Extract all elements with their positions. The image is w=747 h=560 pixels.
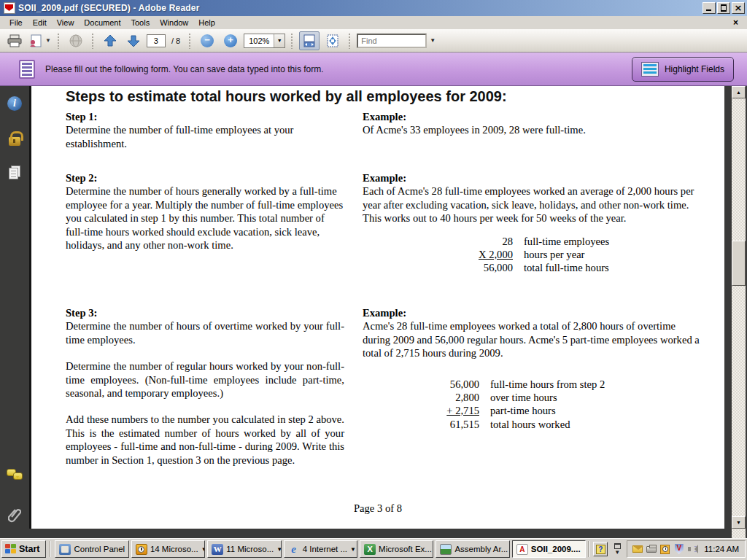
- taskbar-button-excel[interactable]: X Microsoft Ex...: [360, 540, 433, 558]
- calc-label: total full-time hours: [524, 261, 609, 274]
- group-dropdown-icon[interactable]: ▼: [201, 546, 206, 553]
- collaborate-button-disabled[interactable]: [66, 31, 86, 50]
- share-document-button[interactable]: ▼: [28, 31, 52, 50]
- highlight-fields-button[interactable]: Highlight Fields: [632, 57, 734, 82]
- toolbar-grip: [91, 33, 95, 49]
- volume-tray-icon[interactable]: [687, 544, 698, 554]
- menu-document[interactable]: Document: [79, 17, 125, 28]
- close-icon: ×: [735, 3, 743, 12]
- globe-icon: [69, 34, 83, 47]
- example3-title: Example:: [363, 306, 703, 319]
- step1-body: Determine the number of full-time employ…: [66, 123, 344, 150]
- document-area: i Steps to estimate total hours worked b…: [0, 86, 747, 538]
- taskbar-button-label: Microsoft Ex...: [379, 545, 432, 553]
- calc-number: 61,515: [393, 418, 479, 431]
- group-dropdown-icon[interactable]: ▼: [350, 546, 356, 553]
- menubar: File Edit View Document Tools Window Hel…: [0, 16, 747, 29]
- windows-logo-icon: [5, 544, 16, 554]
- calc-number: 56,000: [427, 261, 513, 274]
- find-input[interactable]: [357, 34, 427, 48]
- menu-view[interactable]: View: [52, 17, 80, 28]
- example3-block: Example: Acme's 28 full-time employees w…: [363, 306, 703, 431]
- control-panel-icon: [59, 544, 71, 555]
- calc-label: total hours worked: [490, 418, 570, 431]
- pages-icon: [9, 166, 20, 179]
- step1-block: Step 1: Determine the number of full-tim…: [66, 110, 344, 150]
- page-footer: Page 3 of 8: [31, 502, 724, 515]
- antivirus-shield-tray-icon[interactable]: V: [673, 544, 684, 554]
- calc-label: part-time hours: [490, 404, 556, 417]
- help-tray-button[interactable]: ?: [593, 542, 608, 556]
- document-close-icon[interactable]: ×: [729, 18, 743, 28]
- taskbar-divider: [50, 541, 51, 557]
- scrolling-mode-button[interactable]: [299, 31, 320, 50]
- toolbar-grip: [57, 33, 61, 49]
- clock-tray-icon[interactable]: [659, 544, 670, 554]
- security-settings-button[interactable]: [6, 130, 23, 147]
- example2-body: Each of Acme's 28 full-time employees wo…: [363, 184, 703, 225]
- menu-window[interactable]: Window: [155, 17, 193, 28]
- restore-button[interactable]: [717, 2, 730, 14]
- toolbar-toggle-button[interactable]: ▼: [610, 543, 624, 556]
- taskbar-group-word[interactable]: W 11 Microso... ▼: [207, 540, 281, 558]
- example2-block: Example: Each of Acme's 28 full-time emp…: [363, 171, 703, 275]
- fit-page-icon: [325, 34, 340, 48]
- menu-edit[interactable]: Edit: [28, 17, 52, 28]
- find-box: ▼: [357, 34, 436, 48]
- zoom-level-combo[interactable]: 102% ▼: [244, 34, 285, 48]
- minimize-button[interactable]: [703, 2, 716, 14]
- printer-tray-icon[interactable]: [646, 544, 657, 554]
- calc-number: 2,800: [393, 391, 479, 404]
- step3-title: Step 3:: [66, 306, 344, 319]
- scroll-up-button[interactable]: ▲: [732, 86, 746, 98]
- pages-panel-button[interactable]: [6, 163, 23, 181]
- comments-panel-button[interactable]: [6, 467, 23, 484]
- zoom-out-button[interactable]: −: [197, 31, 217, 50]
- help-icon: ?: [596, 545, 605, 554]
- print-button[interactable]: [4, 31, 25, 50]
- next-page-button[interactable]: [123, 31, 144, 50]
- start-button[interactable]: Start: [1, 540, 46, 558]
- taskbar-button-assembly[interactable]: Assembly Ar...: [436, 540, 509, 558]
- example2-title: Example:: [363, 171, 703, 184]
- printer-icon: [7, 34, 23, 47]
- fit-page-button[interactable]: [322, 31, 343, 50]
- zoom-out-icon: −: [201, 34, 214, 47]
- taskbar-button-soii-pdf-active[interactable]: A SOII_2009....: [512, 540, 586, 558]
- scroll-down-button[interactable]: ▼: [732, 516, 746, 529]
- adobe-reader-icon: [4, 2, 15, 14]
- taskbar-button-label: Assembly Ar...: [454, 545, 508, 553]
- zoom-level-value: 102%: [244, 36, 274, 45]
- group-dropdown-icon[interactable]: ▼: [276, 546, 281, 553]
- clock-app-icon: [136, 544, 147, 555]
- step1-title: Step 1:: [66, 110, 344, 123]
- step2-body: Determine the number of hours generally …: [66, 184, 344, 252]
- taskbar-button-control-panel[interactable]: Control Panel: [55, 540, 128, 558]
- toggle-dropdown-icon[interactable]: ▼: [614, 550, 620, 556]
- find-dropdown-icon[interactable]: ▼: [430, 37, 436, 44]
- menu-help[interactable]: Help: [193, 17, 220, 28]
- scrollbar-thumb[interactable]: [732, 241, 746, 286]
- vertical-scrollbar[interactable]: ▲ ▼: [732, 86, 746, 538]
- clock-time: 11:24 AM: [704, 545, 739, 553]
- system-tray: V 11:24 AM: [627, 540, 746, 558]
- share-dropdown-icon[interactable]: ▼: [45, 37, 51, 44]
- attachments-panel-button[interactable]: [6, 506, 23, 524]
- example1-block: Example: Of Acme's 33 employees in 2009,…: [363, 110, 703, 137]
- previous-page-button[interactable]: [100, 31, 120, 50]
- taskbar-group-internet-explorer[interactable]: e 4 Internet ... ▼: [284, 540, 357, 558]
- document-info-button[interactable]: i: [6, 95, 23, 112]
- step2-title: Step 2:: [66, 171, 344, 184]
- close-button[interactable]: ×: [732, 2, 745, 14]
- menu-file[interactable]: File: [4, 17, 28, 28]
- pdf-page: Steps to estimate total hours worked by …: [31, 86, 724, 529]
- lock-icon: [9, 137, 20, 146]
- taskbar-group-outlook[interactable]: 14 Microso... ▼: [131, 540, 205, 558]
- step2-block: Step 2: Determine the number of hours ge…: [66, 171, 344, 252]
- zoom-in-button[interactable]: +: [220, 31, 241, 50]
- step3-paragraph-3: Add these numbers to the number you calc…: [66, 413, 344, 467]
- menu-tools[interactable]: Tools: [126, 17, 155, 28]
- new-mail-tray-icon[interactable]: [632, 544, 643, 554]
- zoom-dropdown-icon[interactable]: ▼: [274, 34, 285, 47]
- page-number-input[interactable]: [147, 34, 166, 47]
